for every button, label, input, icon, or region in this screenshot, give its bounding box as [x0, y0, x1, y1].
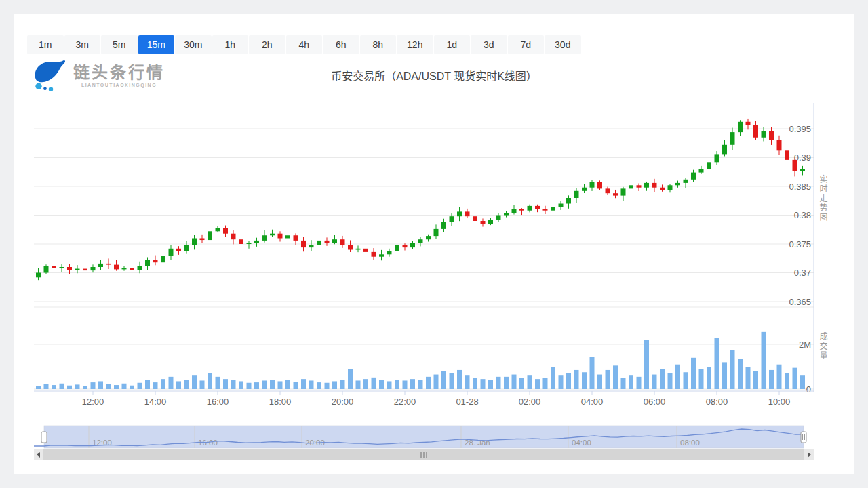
candlestick[interactable] [699, 169, 704, 173]
candlestick[interactable] [114, 265, 119, 270]
candlestick[interactable] [762, 131, 766, 137]
candlestick[interactable] [746, 122, 751, 125]
candlestick[interactable] [668, 185, 673, 190]
candlestick[interactable] [363, 249, 368, 252]
candlestick[interactable] [122, 268, 127, 270]
candlestick[interactable] [317, 241, 321, 245]
candlestick[interactable] [597, 182, 602, 188]
candlestick[interactable] [551, 207, 555, 211]
candlestick[interactable] [106, 264, 111, 265]
candlestick[interactable] [434, 229, 439, 236]
navigator-right-handle[interactable] [801, 432, 806, 443]
candlestick[interactable] [278, 234, 283, 239]
candlestick[interactable] [574, 191, 579, 198]
candlestick[interactable] [138, 266, 142, 270]
candlestick[interactable] [722, 145, 727, 155]
candlestick[interactable] [800, 169, 805, 171]
kline-chart-plot[interactable]: 0.3950.390.3850.380.3750.370.3652M012:00… [14, 14, 854, 474]
candlestick[interactable] [543, 209, 548, 211]
candlestick[interactable] [793, 160, 797, 171]
candlestick[interactable] [418, 239, 423, 243]
candlestick[interactable] [254, 241, 259, 243]
candlestick[interactable] [387, 251, 392, 254]
candlestick[interactable] [582, 188, 587, 191]
candlestick[interactable] [372, 252, 376, 257]
candlestick[interactable] [145, 260, 150, 266]
candlestick[interactable] [247, 243, 252, 244]
candlestick[interactable] [496, 216, 501, 220]
candlestick[interactable] [512, 209, 517, 213]
candlestick[interactable] [629, 185, 633, 188]
candlestick[interactable] [465, 211, 470, 216]
candlestick[interactable] [52, 266, 56, 268]
candlestick[interactable] [691, 173, 696, 180]
candlestick[interactable] [301, 241, 306, 247]
candlestick[interactable] [426, 236, 431, 239]
candlestick[interactable] [44, 266, 49, 272]
candlestick[interactable] [738, 122, 743, 132]
candlestick[interactable] [169, 249, 174, 256]
scrollbar-left-arrow-icon[interactable] [34, 449, 43, 460]
candlestick[interactable] [60, 267, 64, 268]
candlestick[interactable] [730, 132, 735, 145]
candlestick[interactable] [441, 222, 446, 229]
candlestick[interactable] [332, 239, 337, 243]
candlestick[interactable] [379, 254, 384, 256]
candlestick[interactable] [675, 183, 680, 185]
scrollbar-right-arrow-icon[interactable] [804, 449, 814, 460]
candlestick[interactable] [410, 243, 415, 247]
candlestick[interactable] [294, 235, 298, 241]
candlestick[interactable] [208, 231, 212, 240]
candlestick[interactable] [606, 188, 610, 193]
candlestick[interactable] [753, 125, 758, 138]
scrollbar-track[interactable] [43, 449, 804, 460]
candlestick[interactable] [83, 269, 87, 271]
scrollbar-grip-icon[interactable] [421, 452, 427, 458]
candlestick[interactable] [660, 188, 665, 190]
candlestick[interactable] [769, 131, 774, 140]
candlestick[interactable] [566, 198, 571, 204]
candlestick[interactable] [67, 267, 72, 270]
candlestick[interactable] [504, 213, 509, 215]
candlestick[interactable] [36, 273, 41, 278]
candlestick[interactable] [450, 216, 454, 222]
candlestick[interactable] [340, 239, 345, 245]
candlestick[interactable] [395, 245, 399, 251]
candlestick[interactable] [262, 235, 267, 241]
candlestick[interactable] [644, 183, 649, 188]
candlestick[interactable] [707, 162, 711, 169]
candlestick[interactable] [613, 193, 618, 195]
candlestick[interactable] [130, 268, 134, 270]
candlestick[interactable] [637, 185, 642, 187]
candlestick[interactable] [200, 239, 205, 241]
candlestick[interactable] [231, 234, 236, 240]
candlestick[interactable] [356, 249, 361, 250]
candlestick[interactable] [285, 235, 290, 238]
scrollbar[interactable] [34, 449, 814, 460]
candlestick[interactable] [325, 241, 330, 243]
candlestick[interactable] [473, 216, 477, 221]
candlestick[interactable] [216, 228, 220, 231]
candlestick[interactable] [715, 154, 719, 162]
candlestick[interactable] [91, 267, 96, 270]
candlestick[interactable] [519, 209, 524, 211]
candlestick[interactable] [309, 245, 314, 247]
candlestick[interactable] [223, 228, 228, 234]
candlestick[interactable] [457, 211, 462, 216]
candlestick[interactable] [192, 239, 197, 245]
candlestick[interactable] [785, 150, 789, 160]
candlestick[interactable] [75, 269, 80, 270]
candlestick[interactable] [621, 188, 626, 195]
candlestick[interactable] [559, 204, 564, 207]
candlestick[interactable] [161, 256, 165, 262]
candlestick[interactable] [535, 206, 540, 209]
candlestick[interactable] [153, 260, 158, 262]
candlestick[interactable] [403, 245, 408, 247]
candlestick[interactable] [98, 264, 103, 267]
candlestick[interactable] [184, 245, 189, 251]
navigator-left-handle[interactable] [41, 432, 47, 443]
candlestick[interactable] [270, 234, 275, 236]
candlestick[interactable] [528, 206, 532, 211]
candlestick[interactable] [348, 245, 353, 250]
candlestick[interactable] [481, 221, 486, 224]
